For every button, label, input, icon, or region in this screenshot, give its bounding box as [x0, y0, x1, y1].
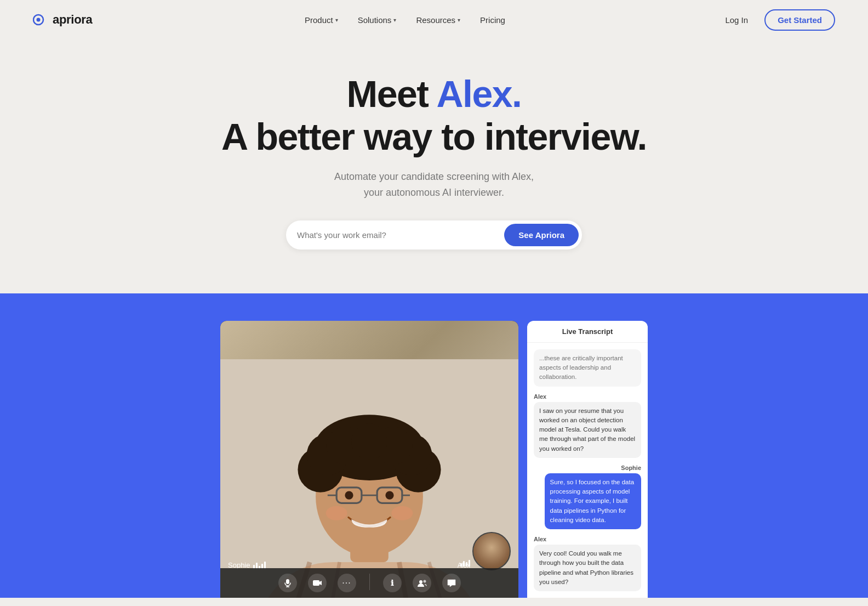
sender-label-alex: Alex [534, 393, 641, 400]
svg-rect-33 [313, 580, 319, 586]
hero-headline: Meet Alex. A better way to interview. [11, 72, 857, 158]
camera-button[interactable] [308, 574, 327, 592]
info-button[interactable]: ℹ [383, 574, 402, 592]
video-controls: ··· ℹ [220, 568, 518, 598]
mic-icon [283, 579, 292, 587]
svg-point-20 [345, 491, 353, 499]
sender-label-alex-2: Alex [534, 536, 641, 542]
nav-actions: Log In Get Started [717, 9, 835, 31]
nav-product[interactable]: Product ▾ [297, 11, 346, 29]
svg-point-21 [385, 491, 393, 499]
camera-icon [312, 579, 322, 587]
get-started-button[interactable]: Get Started [764, 9, 835, 31]
video-panel: Sophie Alex [220, 321, 518, 598]
logo-icon [33, 12, 48, 27]
pip-video-alex [472, 532, 511, 570]
svg-point-35 [423, 580, 426, 583]
ai-audio-indicator [460, 560, 470, 567]
chevron-down-icon: ▾ [393, 17, 396, 23]
svg-rect-30 [286, 579, 289, 584]
msg-bubble-clipped: ...these are critically important aspect… [534, 349, 641, 387]
chat-icon [447, 579, 456, 587]
ai-avatar [473, 533, 510, 569]
sender-label-sophie: Sophie [621, 465, 641, 471]
chevron-down-icon: ▾ [335, 17, 338, 23]
divider [369, 574, 370, 590]
chevron-down-icon: ▾ [458, 17, 460, 23]
chat-button[interactable] [442, 574, 461, 592]
msg-bubble-sophie: Sure, so I focused on the data processin… [545, 473, 641, 529]
logo-link[interactable]: apriora [33, 12, 92, 27]
transcript-body: ...these are critically important aspect… [527, 343, 648, 598]
demo-container: Sophie Alex [220, 321, 648, 598]
navbar: apriora Product ▾ Solutions ▾ Resources … [0, 0, 868, 39]
svg-point-22 [326, 506, 347, 520]
mic-button[interactable] [278, 574, 297, 592]
svg-point-23 [391, 506, 413, 520]
more-options-button[interactable]: ··· [338, 574, 356, 592]
transcript-header: Live Transcript [527, 321, 648, 343]
svg-point-34 [419, 580, 422, 584]
message-alex-2: Alex Very cool! Could you walk me throug… [534, 536, 641, 591]
nav-pricing[interactable]: Pricing [472, 11, 513, 29]
svg-point-1 [37, 18, 41, 22]
brand-name: apriora [53, 13, 92, 27]
demo-section: Sophie Alex [0, 293, 868, 598]
msg-bubble-alex-2: Very cool! Could you walk me through how… [534, 545, 641, 591]
nav-resources[interactable]: Resources ▾ [408, 11, 468, 29]
email-form: See Apriora [286, 220, 582, 250]
participants-button[interactable] [413, 574, 431, 592]
info-icon: ℹ [391, 579, 393, 587]
message-sophie: Sophie Sure, so I focused on the data pr… [534, 465, 641, 529]
more-icon: ··· [342, 578, 351, 588]
svg-point-14 [351, 424, 387, 460]
hero-description: Automate your candidate screening with A… [11, 169, 857, 201]
email-input[interactable] [297, 230, 504, 240]
login-button[interactable]: Log In [717, 11, 756, 29]
nav-solutions[interactable]: Solutions ▾ [350, 11, 404, 29]
hero-section: Meet Alex. A better way to interview. Au… [0, 39, 868, 271]
msg-bubble-alex-1: I saw on your resume that you worked on … [534, 402, 641, 458]
message-alex-1: Alex I saw on your resume that you worke… [534, 393, 641, 458]
transcript-panel: Live Transcript ...these are critically … [527, 321, 648, 598]
hero-cta: See Apriora [11, 220, 857, 250]
message-clipped: ...these are critically important aspect… [534, 349, 641, 387]
people-icon [417, 579, 427, 587]
nav-links: Product ▾ Solutions ▾ Resources ▾ Pricin… [297, 11, 513, 29]
see-apriora-button[interactable]: See Apriora [504, 224, 579, 246]
